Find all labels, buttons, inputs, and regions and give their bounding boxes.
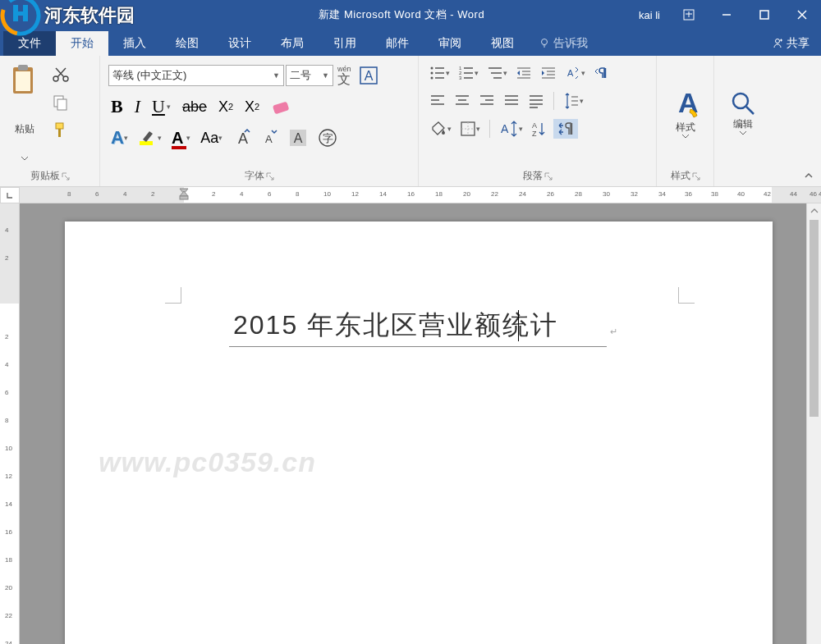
line-spacing-icon <box>563 93 580 109</box>
maximize-button[interactable] <box>745 0 783 30</box>
italic-button[interactable]: I <box>132 94 143 119</box>
distribute-button[interactable] <box>525 91 547 111</box>
change-case-button[interactable]: Aa▾ <box>198 128 225 148</box>
font-dialog-launcher[interactable] <box>266 172 274 180</box>
svg-text:A: A <box>678 87 699 118</box>
text-effects-button[interactable]: A▾ <box>108 126 131 150</box>
svg-rect-5 <box>684 10 694 20</box>
shrink-font-button[interactable]: A <box>258 127 281 148</box>
scroll-up-icon[interactable] <box>807 203 821 218</box>
sort-button[interactable]: AZ <box>529 119 550 139</box>
show-marks-button[interactable] <box>591 63 612 83</box>
bold-button[interactable]: B <box>108 94 126 119</box>
svg-rect-23 <box>54 96 63 107</box>
user-name[interactable]: kai li <box>639 9 660 21</box>
svg-rect-29 <box>273 101 290 114</box>
svg-point-1 <box>0 0 41 36</box>
grow-font-button[interactable]: A <box>230 127 253 148</box>
line-spacing-button[interactable]: ▾ <box>561 91 586 111</box>
strikethrough-button[interactable]: abe <box>180 97 209 117</box>
bucket-icon <box>429 121 447 137</box>
bullets-button[interactable]: ▾ <box>427 63 452 83</box>
char-scaling-button[interactable]: A▾ <box>497 119 525 139</box>
close-button[interactable] <box>783 0 821 30</box>
borders-icon <box>460 121 476 137</box>
ribbon-display-options-button[interactable] <box>670 0 708 30</box>
underline-button[interactable]: U▾ <box>149 94 173 119</box>
font-size-combo[interactable]: 二号▼ <box>286 65 333 86</box>
group-clipboard: 粘贴 剪贴板 <box>0 56 100 186</box>
tab-mail[interactable]: 邮件 <box>371 31 424 56</box>
tell-me-label: 告诉我 <box>553 36 588 51</box>
svg-point-10 <box>542 39 548 45</box>
font-color-button[interactable]: A▾ <box>169 127 193 149</box>
bullets-icon <box>429 65 446 81</box>
collapse-ribbon-button[interactable] <box>801 168 816 183</box>
show-paragraph-marks-button[interactable] <box>553 119 578 139</box>
styles-dialog-launcher[interactable] <box>692 172 700 180</box>
document-area[interactable]: 2015 年东北区营业额统计 ↵ <box>20 203 806 644</box>
document-heading[interactable]: 2015 年东北区营业额统计 <box>233 308 558 344</box>
tab-references[interactable]: 引用 <box>319 31 371 56</box>
character-border-button[interactable]: A <box>355 63 382 88</box>
paste-button[interactable]: 粘贴 <box>3 59 46 166</box>
superscript-button[interactable]: X2 <box>242 97 262 117</box>
format-painter-button[interactable] <box>49 120 72 141</box>
tab-review[interactable]: 审阅 <box>424 31 476 56</box>
decrease-indent-button[interactable] <box>513 63 534 83</box>
character-shading-button[interactable]: A <box>286 126 310 149</box>
minimize-button[interactable] <box>708 0 745 30</box>
enclose-characters-button[interactable]: 字 <box>315 126 340 149</box>
increase-indent-button[interactable] <box>538 63 559 83</box>
tab-view[interactable]: 视图 <box>476 31 529 56</box>
highlight-button[interactable]: ▾ <box>135 126 164 149</box>
align-center-button[interactable] <box>452 91 473 111</box>
font-name-combo[interactable]: 等线 (中文正文)▼ <box>108 65 284 86</box>
pilcrow-icon <box>594 65 610 81</box>
group-styles: A 样式 样式 <box>657 56 714 186</box>
vertical-ruler[interactable]: 422468101214161820222426 <box>0 203 20 644</box>
clear-formatting-button[interactable] <box>268 96 296 117</box>
editing-button[interactable]: 编辑 <box>726 59 760 166</box>
borders-button[interactable]: ▾ <box>457 119 483 139</box>
styles-button[interactable]: A 样式 <box>665 59 706 166</box>
heading-underline <box>229 346 607 347</box>
shading-button[interactable]: ▾ <box>427 119 454 139</box>
copy-icon <box>52 94 70 112</box>
subscript-button[interactable]: X2 <box>216 97 236 117</box>
horizontal-ruler[interactable]: 8642246810121416182022242628303234363840… <box>20 187 821 203</box>
vertical-scrollbar[interactable] <box>806 203 821 644</box>
svg-line-8 <box>798 11 806 19</box>
numbering-button[interactable]: 123▾ <box>456 63 481 83</box>
tab-home[interactable]: 开始 <box>56 31 108 56</box>
copy-button[interactable] <box>49 92 72 113</box>
phonetic-guide-button[interactable]: wén文 <box>335 64 354 88</box>
tab-draw[interactable]: 绘图 <box>161 31 213 56</box>
cut-button[interactable] <box>49 64 72 85</box>
justify-button[interactable] <box>501 91 522 111</box>
share-button[interactable]: 共享 <box>760 31 821 56</box>
asian-layout-button[interactable]: A▾ <box>562 63 588 83</box>
page[interactable]: 2015 年东北区营业额统计 ↵ <box>65 222 773 644</box>
tab-insert[interactable]: 插入 <box>108 31 161 56</box>
svg-rect-30 <box>140 141 153 145</box>
svg-text:A: A <box>501 122 509 135</box>
tell-me-search[interactable]: 告诉我 <box>529 31 598 56</box>
tab-selector[interactable] <box>0 187 20 203</box>
multilevel-list-button[interactable]: ▾ <box>484 63 510 83</box>
svg-text:A: A <box>364 69 373 83</box>
brush-icon <box>52 121 70 139</box>
tab-design[interactable]: 设计 <box>213 31 266 56</box>
clipboard-group-label: 剪贴板 <box>30 169 60 183</box>
site-watermark-logo: 河东软件园 <box>0 0 164 34</box>
font-name-value: 等线 (中文正文) <box>112 68 186 83</box>
align-right-button[interactable] <box>476 91 498 111</box>
paragraph-dialog-launcher[interactable] <box>544 172 553 180</box>
svg-rect-3 <box>23 5 28 21</box>
svg-point-13 <box>776 39 780 43</box>
tab-layout[interactable]: 布局 <box>266 31 319 56</box>
align-left-button[interactable] <box>427 91 448 111</box>
clipboard-dialog-launcher[interactable] <box>62 172 70 180</box>
scroll-thumb[interactable] <box>810 220 819 417</box>
svg-rect-2 <box>13 5 18 21</box>
